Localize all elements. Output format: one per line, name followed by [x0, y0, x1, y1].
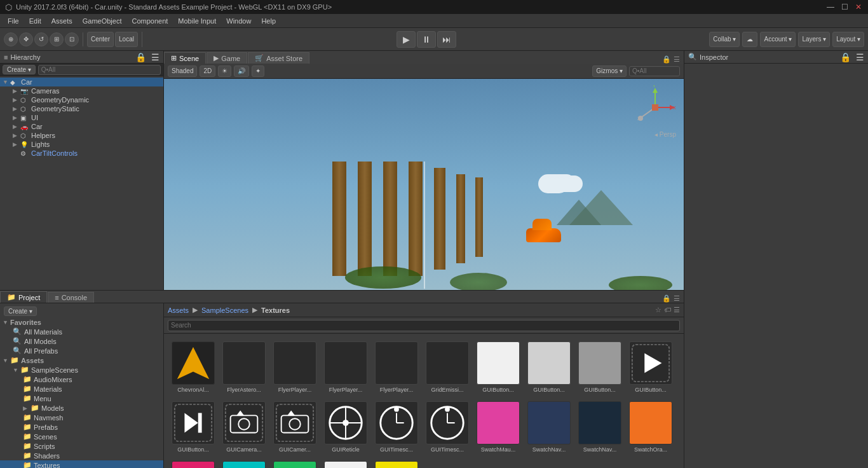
asset-item-0[interactable]: ChevronAl... — [169, 339, 217, 396]
asset-item-5[interactable]: GridEmissi... — [423, 339, 471, 396]
all-materials-item[interactable]: 🔍 All Materials — [0, 327, 163, 336]
textures-item[interactable]: 📁 Textures — [0, 460, 163, 468]
rect-tool-button[interactable]: ⊡ — [65, 32, 79, 46]
asset-item-16[interactable]: SwatchMau... — [474, 399, 522, 456]
shaders-item[interactable]: 📁 Shaders — [0, 451, 163, 460]
hierarchy-item-geodynamic[interactable]: ▶ ⬡ GeometryDynamic — [0, 95, 163, 104]
hand-tool-button[interactable]: ⊕ — [4, 32, 18, 46]
pause-button[interactable]: ⏸ — [417, 31, 436, 48]
tab-console[interactable]: ≡ Console — [48, 292, 94, 303]
scene-search-input[interactable] — [629, 66, 680, 76]
hierarchy-item-car[interactable]: ▶ 🚗 Car — [0, 122, 163, 131]
hierarchy-item-geostatic[interactable]: ▶ ⬡ GeometryStatic — [0, 104, 163, 113]
audio-icon[interactable]: 🔊 — [234, 65, 249, 77]
tab-project[interactable]: 📁 Project — [0, 291, 47, 303]
asset-item-15[interactable]: GUITimesc... — [423, 399, 471, 456]
models-item[interactable]: ▶ 📁 Models — [0, 403, 163, 413]
asset-item-12[interactable]: GUICamer... — [271, 399, 319, 456]
asset-item-22[interactable]: SwatchTur... — [271, 458, 319, 468]
cloud-icon[interactable]: ☁ — [742, 32, 757, 47]
asset-item-19[interactable]: SwatchOra... — [627, 399, 675, 456]
hierarchy-lock-icon[interactable]: 🔒 — [135, 52, 146, 62]
maximize-button[interactable]: ☐ — [840, 3, 849, 11]
asset-item-3[interactable]: FlyerPlayer... — [322, 339, 370, 396]
asset-item-14[interactable]: GUITimesc... — [372, 399, 421, 456]
bottom-lock-icon[interactable]: 🔒 — [662, 294, 671, 303]
asset-item-20[interactable]: SwatchPin... — [169, 458, 217, 468]
path-assets[interactable]: Assets — [168, 306, 189, 314]
asset-item-1[interactable]: FlyerAstero... — [220, 339, 268, 396]
asset-item-17[interactable]: SwatchNav... — [525, 399, 573, 456]
hierarchy-item-ui[interactable]: ▶ ▣ UI — [0, 113, 163, 122]
2d-button[interactable]: 2D — [200, 65, 215, 77]
hierarchy-item-cameras[interactable]: ▶ 📷 Cameras — [0, 86, 163, 95]
gizmos-button[interactable]: Gizmos ▾ — [592, 65, 627, 77]
menu-gameobject[interactable]: GameObject — [78, 16, 127, 26]
all-models-item[interactable]: 🔍 All Models — [0, 336, 163, 346]
inspector-menu-icon[interactable]: ☰ — [856, 52, 864, 62]
play-button[interactable]: ▶ — [397, 31, 416, 48]
scripts-item[interactable]: 📁 Scripts — [0, 441, 163, 451]
samplescenes-item[interactable]: ▼ 📁 SampleScenes — [0, 365, 163, 375]
shaded-button[interactable]: Shaded — [168, 65, 197, 77]
asset-item-10[interactable]: GUIButton... — [169, 399, 217, 456]
fx-icon[interactable]: ✦ — [252, 65, 264, 77]
asset-item-21[interactable]: SwatchTea... — [220, 458, 268, 468]
scene-panel-menu-icon[interactable]: ☰ — [674, 55, 680, 64]
hierarchy-item-cartiltcontrols[interactable]: ⚙ CarTiltControls — [0, 149, 163, 158]
asset-item-4[interactable]: FlyerPlayer... — [372, 339, 421, 396]
menu-component[interactable]: Component — [126, 16, 173, 26]
layout-dropdown[interactable]: Layout ▾ — [832, 32, 864, 47]
menu-assets[interactable]: Assets — [46, 16, 78, 26]
center-button[interactable]: Center — [87, 32, 114, 47]
asset-item-23[interactable]: SwatchWhit... — [322, 458, 370, 468]
materials-item[interactable]: 📁 Materials — [0, 384, 163, 394]
asset-search-input[interactable] — [168, 320, 680, 331]
asset-star-icon[interactable]: ☆ — [655, 306, 661, 314]
asset-item-6[interactable]: GUIButton... — [474, 339, 522, 396]
asset-menu-icon[interactable]: ☰ — [674, 306, 680, 314]
prefabs-item[interactable]: 📁 Prefabs — [0, 422, 163, 432]
menu-window[interactable]: Window — [221, 16, 256, 26]
asset-item-7[interactable]: GUIButton... — [525, 339, 573, 396]
path-samplescenes[interactable]: SampleScenes — [201, 306, 248, 314]
asset-item-2[interactable]: FlyerPlayer... — [271, 339, 319, 396]
asset-item-13[interactable]: GUIReticle — [322, 399, 370, 456]
asset-item-18[interactable]: SwatchNav... — [576, 399, 624, 456]
hierarchy-root-car[interactable]: ▼ ◆ Car — [0, 78, 163, 86]
tab-game[interactable]: ▶ Game — [207, 52, 247, 64]
hierarchy-search-input[interactable] — [38, 65, 161, 75]
lighting-icon[interactable]: ☀ — [218, 65, 231, 77]
menu-item[interactable]: 📁 Menu — [0, 394, 163, 403]
asset-item-11[interactable]: GUICamera... — [220, 399, 268, 456]
hierarchy-create-button[interactable]: Create ▾ — [3, 65, 36, 74]
path-textures[interactable]: Textures — [261, 306, 290, 314]
asset-tag-icon[interactable]: 🏷 — [664, 306, 671, 314]
move-tool-button[interactable]: ✥ — [19, 32, 33, 46]
scene-panel-lock-icon[interactable]: 🔒 — [662, 55, 671, 64]
favorites-section[interactable]: ▼ Favorites — [0, 318, 163, 327]
menu-mobile-input[interactable]: Mobile Input — [173, 16, 221, 26]
local-button[interactable]: Local — [115, 32, 138, 47]
project-create-button[interactable]: Create ▾ — [4, 306, 37, 316]
asset-item-24[interactable]: SwatchYell... — [372, 458, 421, 468]
account-dropdown[interactable]: Account ▾ — [760, 32, 796, 47]
bottom-menu-icon[interactable]: ☰ — [674, 294, 680, 303]
scale-tool-button[interactable]: ⊞ — [50, 32, 64, 46]
step-button[interactable]: ⏭ — [437, 31, 456, 48]
asset-item-9[interactable]: GUIButton... — [627, 339, 675, 396]
hierarchy-item-helpers[interactable]: ▶ ⬡ Helpers — [0, 131, 163, 140]
tab-asset-store[interactable]: 🛒 Asset Store — [248, 52, 309, 64]
hierarchy-menu-icon[interactable]: ☰ — [151, 52, 159, 62]
minimize-button[interactable]: — — [826, 3, 835, 11]
audiomixers-item[interactable]: 📁 AudioMixers — [0, 375, 163, 384]
rotate-tool-button[interactable]: ↺ — [34, 32, 48, 46]
tab-scene[interactable]: ⊞ Scene — [164, 52, 206, 64]
close-button[interactable]: ✕ — [854, 3, 863, 11]
assets-section[interactable]: ▼ 📁 Assets — [0, 355, 163, 365]
menu-help[interactable]: Help — [256, 16, 281, 26]
hierarchy-item-lights[interactable]: ▶ 💡 Lights — [0, 140, 163, 149]
all-prefabs-item[interactable]: 🔍 All Prefabs — [0, 346, 163, 355]
navmesh-item[interactable]: 📁 Navmesh — [0, 413, 163, 422]
scenes-item[interactable]: 📁 Scenes — [0, 432, 163, 441]
